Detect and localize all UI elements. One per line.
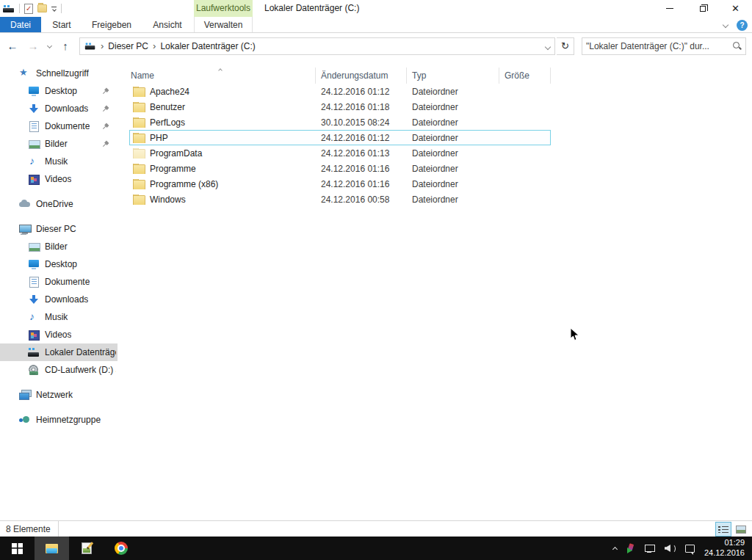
file-row[interactable]: PerfLogs 30.10.2015 08:24 Dateiordner [129, 114, 551, 130]
system-tray: 01:29 24.12.2016 [613, 537, 752, 560]
sidebar-item-label: Dokumente [45, 121, 90, 131]
folder-icon [133, 134, 144, 142]
tab-share[interactable]: Freigeben [82, 17, 141, 32]
tray-app-icon[interactable] [626, 544, 635, 553]
sidebar-item[interactable]: Desktop [0, 255, 118, 273]
file-name: Programme [150, 164, 196, 174]
properties-icon[interactable] [24, 4, 33, 14]
customize-toolbar-icon[interactable] [51, 7, 57, 11]
app-drive-icon [3, 4, 15, 13]
location-drive-icon [85, 42, 95, 50]
column-header-type[interactable]: Typ [407, 68, 499, 84]
taskbar-chrome-button[interactable] [104, 537, 138, 560]
search-input[interactable] [586, 41, 729, 51]
show-hidden-icons-icon[interactable] [613, 543, 617, 553]
close-button[interactable]: ✕ [719, 0, 752, 17]
folder-icon [133, 195, 144, 204]
file-row[interactable]: Windows 24.12.2016 00:58 Dateiordner [129, 192, 551, 207]
network-tray-icon[interactable] [645, 545, 655, 553]
file-row[interactable]: PHP 24.12.2016 01:12 Dateiordner [129, 130, 551, 145]
sidebar-item[interactable]: OneDrive [0, 195, 118, 213]
thumbnails-view-button[interactable] [733, 522, 749, 537]
file-row[interactable]: ProgramData 24.12.2016 01:13 Dateiordner [129, 145, 551, 161]
item-count: 8 Elemente [6, 524, 51, 534]
file-row[interactable]: Programme (x86) 24.12.2016 01:16 Dateior… [129, 176, 551, 192]
pin-icon [101, 104, 110, 114]
sidebar-item[interactable]: Netzwerk [0, 386, 118, 404]
volume-icon[interactable] [665, 544, 676, 553]
ribbon-collapse-icon[interactable] [723, 22, 728, 28]
thumbnails-view-icon [736, 526, 746, 534]
sidebar-item[interactable]: Videos [0, 326, 118, 343]
tab-file[interactable]: Datei [0, 17, 41, 32]
sidebar-item[interactable]: Dokumente [0, 273, 118, 291]
back-button[interactable]: ← [3, 37, 22, 55]
sidebar-item[interactable]: Lokaler Datenträger (C:) [0, 343, 118, 361]
breadcrumb-this-pc[interactable]: Dieser PC [108, 41, 148, 51]
notifications-icon[interactable] [685, 545, 695, 553]
refresh-button[interactable]: ↻ [557, 37, 574, 55]
breadcrumb[interactable]: › Dieser PC › Lokaler Datenträger (C:) [79, 37, 555, 55]
sidebar-item[interactable]: Dokumente [0, 117, 118, 135]
file-name: PHP [150, 133, 168, 143]
sidebar-item[interactable]: Downloads [0, 291, 118, 308]
sidebar-item[interactable]: Dieser PC [0, 220, 118, 238]
tab-manage[interactable]: Verwalten [194, 17, 253, 32]
file-modified: 24.12.2016 01:12 [316, 87, 407, 97]
address-bar: ← → ↑ › Dieser PC › Lokaler Datenträger … [0, 33, 752, 59]
breadcrumb-separator: › [153, 40, 156, 51]
minimize-icon [666, 8, 673, 9]
file-modified: 24.12.2016 00:58 [316, 194, 407, 205]
sidebar-item-label: Netzwerk [36, 390, 73, 400]
desktop-icon [28, 86, 40, 96]
title-bar: Laufwerktools Lokaler Datenträger (C:) ✕ [0, 0, 752, 17]
file-name: ProgramData [150, 148, 202, 159]
sidebar-item[interactable]: Bilder [0, 238, 118, 255]
videos-icon [28, 174, 40, 184]
help-icon[interactable]: ? [737, 20, 748, 31]
sidebar-item-label: Dokumente [45, 277, 90, 287]
sidebar-item[interactable]: Musik [0, 308, 118, 326]
details-view-button[interactable] [715, 522, 731, 537]
taskbar-editor-button[interactable] [69, 537, 104, 560]
forward-button[interactable]: → [24, 37, 43, 55]
tab-start[interactable]: Start [41, 17, 82, 32]
column-header-modified[interactable]: Änderungsdatum [316, 68, 407, 84]
navigation-pane: Schnellzugriff Desktop Downloads [0, 59, 118, 520]
minimize-button[interactable] [653, 0, 686, 17]
file-row[interactable]: Apache24 24.12.2016 01:12 Dateiordner [129, 84, 551, 99]
file-type: Dateiordner [407, 133, 499, 143]
taskbar-explorer-button[interactable] [35, 537, 69, 560]
file-name: PerfLogs [150, 117, 185, 128]
start-button[interactable] [0, 537, 35, 560]
sidebar-item[interactable]: Heimnetzgruppe [0, 411, 118, 429]
taskbar-clock[interactable]: 01:29 24.12.2016 [704, 538, 745, 559]
search-box[interactable] [582, 37, 746, 55]
column-header-size[interactable]: Größe [499, 68, 551, 84]
up-button[interactable]: ↑ [56, 37, 75, 55]
sidebar-item[interactable]: CD-Laufwerk (D:) J_ [0, 361, 118, 379]
music-icon [28, 156, 40, 167]
file-type: Dateiordner [407, 148, 499, 159]
breadcrumb-current[interactable]: Lokaler Datenträger (C:) [160, 41, 255, 51]
explorer-icon [46, 544, 58, 553]
file-row[interactable]: Programme 24.12.2016 01:16 Dateiordner [129, 161, 551, 176]
restore-button[interactable] [686, 0, 719, 17]
sidebar-item[interactable]: Downloads [0, 100, 118, 117]
videos-icon [28, 330, 40, 340]
new-folder-icon[interactable] [37, 4, 47, 12]
sidebar-item-label: Heimnetzgruppe [36, 415, 101, 425]
tab-view[interactable]: Ansicht [141, 17, 194, 32]
sidebar-item[interactable]: Videos [0, 170, 118, 188]
recent-locations-icon[interactable] [44, 37, 54, 55]
sidebar-item-label: Videos [45, 330, 71, 340]
pin-icon [101, 139, 110, 149]
sidebar-item[interactable]: Schnellzugriff [0, 65, 118, 82]
search-icon[interactable] [732, 41, 742, 51]
folder-icon [133, 87, 144, 96]
sidebar-item[interactable]: Bilder [0, 135, 118, 153]
sidebar-item[interactable]: Desktop [0, 82, 118, 100]
file-row[interactable]: Benutzer 24.12.2016 01:18 Dateiordner [129, 99, 551, 114]
address-dropdown-icon[interactable] [546, 41, 550, 51]
sidebar-item[interactable]: Musik [0, 153, 118, 170]
